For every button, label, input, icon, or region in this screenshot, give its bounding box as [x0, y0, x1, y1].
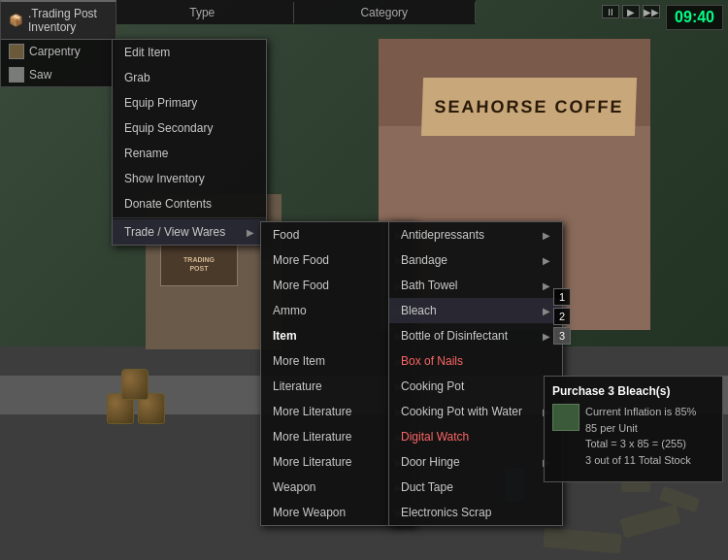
- weapon-label: Weapon: [273, 480, 315, 494]
- bleach-label: Bleach: [401, 304, 437, 317]
- pause-button[interactable]: ⏸: [602, 5, 619, 18]
- trade-arrow-icon: ▶: [247, 227, 254, 238]
- cooking-pot-label: Cooking Pot: [401, 379, 464, 393]
- digital-watch-label: Digital Watch: [401, 430, 469, 444]
- edit-item-label: Edit Item: [124, 46, 170, 59]
- bandage-option[interactable]: Bandage ▶: [389, 247, 562, 273]
- box-nails-label: Box of Nails: [401, 354, 463, 368]
- ammo-label: Ammo: [273, 304, 307, 317]
- type-column-header: Type: [112, 2, 294, 23]
- equip-primary-option[interactable]: Equip Primary: [113, 90, 266, 115]
- main-context-menu: Edit Item Grab Equip Primary Equip Secon…: [112, 39, 267, 246]
- trading-post-sign: TRADINGPOST: [160, 243, 238, 286]
- equip-secondary-label: Equip Secondary: [124, 121, 213, 135]
- show-inventory-label: Show Inventory: [124, 172, 205, 185]
- door-hinge-option[interactable]: Door Hinge ▶: [389, 449, 562, 475]
- rename-label: Rename: [124, 147, 168, 160]
- more-literature-3-label: More Literature: [273, 455, 351, 469]
- donate-contents-option[interactable]: Donate Contents: [113, 191, 266, 216]
- inventory-title: 📦 .Trading Post Inventory: [1, 2, 116, 40]
- cooking-pot-option[interactable]: Cooking Pot: [389, 374, 562, 399]
- door-hinge-label: Door Hinge: [401, 455, 460, 469]
- tooltip-line3: Total = 3 x 85 = (255): [585, 436, 696, 452]
- tooltip-title: Purchase 3 Bleach(s): [552, 384, 714, 398]
- bleach-option[interactable]: Bleach ▶: [389, 298, 562, 323]
- tooltip-line2: 85 per Unit: [585, 420, 696, 437]
- category-submenu: Antidepressants ▶ Bandage ▶ Bath Towel ▶…: [388, 221, 563, 526]
- literature-label: Literature: [273, 379, 322, 393]
- inventory-item-saw[interactable]: Saw: [1, 63, 116, 86]
- cooking-pot-water-label: Cooking Pot with Water: [401, 405, 522, 418]
- bleach-badge-container: 1 2 3: [558, 288, 576, 345]
- bandage-arrow-icon: ▶: [543, 255, 550, 266]
- bleach-badge-2[interactable]: 2: [553, 308, 571, 325]
- antidepressants-label: Antidepressants: [401, 228, 484, 242]
- category-column-header: Category: [294, 2, 477, 23]
- duct-tape-option[interactable]: Duct Tape: [389, 475, 562, 500]
- tooltip-line1: Current Inflation is 85%: [585, 404, 696, 420]
- bleach-badge-3[interactable]: 3: [553, 327, 571, 345]
- bleach-item-icon: [552, 404, 579, 431]
- box-nails-option[interactable]: Box of Nails: [389, 348, 562, 374]
- edit-item-option[interactable]: Edit Item: [113, 40, 266, 65]
- inventory-panel: 📦 .Trading Post Inventory Carpentry Saw: [0, 0, 116, 87]
- more-literature-1-label: More Literature: [273, 405, 351, 418]
- bath-towel-option[interactable]: Bath Towel ▶: [389, 273, 562, 298]
- grab-option[interactable]: Grab: [113, 65, 266, 90]
- bandage-label: Bandage: [401, 253, 447, 267]
- antidepressants-arrow-icon: ▶: [543, 230, 550, 241]
- step-button[interactable]: ▶: [622, 5, 640, 18]
- bottle-disinfectant-option[interactable]: Bottle of Disinfectant ▶: [389, 323, 562, 348]
- bleach-badge-1[interactable]: 1: [553, 288, 571, 306]
- more-weapon-label: More Weapon: [273, 506, 346, 519]
- barrel: [121, 369, 149, 400]
- show-inventory-option[interactable]: Show Inventory: [113, 166, 266, 191]
- tooltip-line4: 3 out of 11 Total Stock: [585, 452, 696, 469]
- more-food-1-label: More Food: [273, 253, 329, 267]
- more-item-label: More Item: [273, 354, 325, 368]
- carpentry-icon: [9, 44, 24, 59]
- electronics-scrap-label: Electronics Scrap: [401, 506, 491, 519]
- inventory-item-carpentry[interactable]: Carpentry: [1, 40, 116, 63]
- inventory-icon: 📦: [9, 14, 23, 27]
- bottle-disinfectant-arrow-icon: ▶: [543, 331, 550, 342]
- purchase-tooltip: Purchase 3 Bleach(s) Current Inflation i…: [544, 376, 723, 482]
- trade-view-wares-label: Trade / View Wares: [124, 225, 225, 239]
- inventory-title-text: .Trading Post Inventory: [28, 7, 108, 34]
- antidepressants-option[interactable]: Antidepressants ▶: [389, 222, 562, 247]
- trade-view-wares-option[interactable]: Trade / View Wares ▶: [113, 219, 266, 245]
- rename-option[interactable]: Rename: [113, 141, 266, 166]
- food-label: Food: [273, 228, 299, 242]
- equip-primary-label: Equip Primary: [124, 96, 197, 110]
- saw-label: Saw: [29, 68, 51, 82]
- item-label: Item: [273, 329, 297, 343]
- bleach-arrow-icon: ▶: [543, 306, 550, 316]
- tooltip-text: Current Inflation is 85% 85 per Unit Tot…: [585, 404, 696, 468]
- building-sign: SEAHORSE COFFE: [421, 78, 637, 136]
- bath-towel-label: Bath Towel: [401, 279, 457, 292]
- type-category-header: Type Category: [112, 0, 476, 24]
- donate-contents-label: Donate Contents: [124, 197, 212, 211]
- tooltip-icon-row: Current Inflation is 85% 85 per Unit Tot…: [552, 404, 714, 468]
- bath-towel-arrow-icon: ▶: [543, 280, 550, 291]
- equip-secondary-option[interactable]: Equip Secondary: [113, 115, 266, 141]
- bottle-disinfectant-label: Bottle of Disinfectant: [401, 329, 508, 343]
- digital-watch-option[interactable]: Digital Watch: [389, 424, 562, 449]
- cooking-pot-water-option[interactable]: Cooking Pot with Water ▶: [389, 399, 562, 424]
- more-food-2-label: More Food: [273, 279, 329, 292]
- clock-display: 09:40: [666, 5, 723, 30]
- carpentry-label: Carpentry: [29, 45, 81, 58]
- more-literature-2-label: More Literature: [273, 430, 351, 444]
- grab-label: Grab: [124, 71, 150, 84]
- fast-forward-button[interactable]: ▶▶: [643, 5, 660, 18]
- menu-divider: [113, 217, 266, 218]
- electronics-scrap-option[interactable]: Electronics Scrap: [389, 500, 562, 525]
- duct-tape-label: Duct Tape: [401, 480, 453, 494]
- saw-icon: [9, 67, 24, 82]
- hud-controls: ⏸ ▶ ▶▶: [602, 5, 660, 18]
